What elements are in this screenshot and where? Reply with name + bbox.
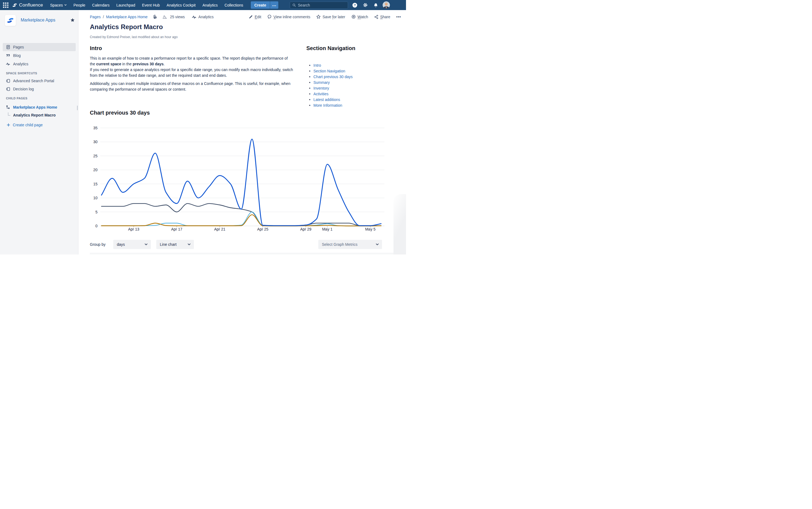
confluence-brand[interactable]: Confluence	[12, 2, 43, 8]
chevron-down-icon	[64, 4, 67, 6]
share-button[interactable]: Share	[374, 15, 390, 19]
space-sidebar: Marketplace Apps Pages Blog Analytics SP…	[0, 10, 78, 254]
star-outline-icon	[316, 14, 321, 19]
chevron-down-icon	[376, 243, 379, 245]
section-nav-link-latest-additions[interactable]: Latest additions	[314, 97, 340, 102]
group-by-value: days	[117, 242, 125, 247]
page-analytics-link[interactable]: Analytics	[192, 15, 214, 19]
svg-text:20: 20	[93, 168, 97, 172]
svg-text:15: 15	[93, 182, 97, 186]
create-button-group: Create	[251, 1, 278, 9]
child-page-label: Marketplace Apps Home	[13, 105, 57, 109]
search-box[interactable]	[290, 2, 348, 9]
section-nav-link-chart-previous-30-days[interactable]: Chart previous 30 days	[314, 75, 353, 79]
graph-metrics-placeholder: Select Graph Metrics	[322, 242, 358, 247]
chart-series-blue	[102, 139, 381, 226]
svg-text:Apr 17: Apr 17	[171, 227, 182, 231]
app-switcher-icon[interactable]	[3, 2, 9, 8]
section-nav-link-intro[interactable]: Intro	[314, 63, 321, 68]
space-logo[interactable]	[5, 15, 16, 26]
top-right-icons: ?	[352, 2, 378, 8]
graph-metrics-select[interactable]: Select Graph Metrics	[318, 240, 382, 249]
sidebar-item-analytics[interactable]: Analytics	[3, 60, 76, 68]
bell-icon[interactable]	[373, 3, 378, 8]
more-actions-button[interactable]: •••	[396, 15, 401, 19]
svg-text:35: 35	[93, 126, 97, 130]
nav-item-launchpad[interactable]: Launchpad	[116, 3, 135, 7]
watch-button[interactable]: Watch	[351, 14, 368, 19]
pencil-icon	[249, 15, 253, 19]
nav-item-collections[interactable]: Collections	[224, 3, 243, 7]
section-nav-link-inventory[interactable]: Inventory	[314, 86, 329, 90]
create-button[interactable]: Create	[251, 1, 270, 9]
breadcrumb-pages[interactable]: Pages	[90, 15, 101, 19]
section-nav-item: Summary	[306, 80, 404, 86]
section-nav-item: Chart previous 30 days	[306, 74, 404, 80]
space-shortcuts-header: SPACE SHORTCUTS	[6, 72, 37, 75]
confluence-space-icon	[7, 17, 14, 24]
create-child-page-button[interactable]: Create child page	[3, 121, 76, 129]
shortcut-advanced-search-portal[interactable]: Advanced Search Portal	[3, 77, 76, 84]
favorite-star-icon[interactable]	[70, 18, 75, 24]
section-nav-link-more-information[interactable]: More Information	[314, 103, 342, 107]
views-count[interactable]: 25 views	[170, 15, 185, 19]
help-icon[interactable]: ?	[352, 3, 357, 8]
child-page-marketplace-apps-home[interactable]: Marketplace Apps Home	[3, 103, 76, 111]
shortcut-page-icon	[6, 79, 10, 83]
nav-item-analytics[interactable]: Analytics	[202, 3, 218, 7]
section-nav-link-section-navigation[interactable]: Section Navigation	[314, 69, 345, 73]
svg-text:Apr 29: Apr 29	[300, 227, 311, 231]
page-tree-icon	[6, 105, 10, 109]
search-input[interactable]	[298, 3, 345, 7]
sidebar-item-pages[interactable]: Pages	[3, 43, 76, 51]
line-chart: 05101520253035Apr 13Apr 17Apr 21Apr 25Ap…	[90, 124, 385, 233]
top-nav-items: Spaces People Calendars Launchpad Event …	[50, 3, 243, 7]
confluence-page: Confluence Spaces People Calendars Launc…	[0, 0, 406, 254]
pulse-icon	[6, 62, 10, 66]
pulse-icon	[192, 15, 197, 19]
sidebar-item-label: Pages	[13, 45, 24, 49]
views-insights-icon[interactable]	[162, 14, 167, 19]
section-nav-item: Latest additions	[306, 97, 404, 103]
shortcut-decision-log[interactable]: Decision log	[3, 85, 76, 93]
nav-item-spaces[interactable]: Spaces	[50, 3, 67, 7]
save-for-later-button[interactable]: Save for later	[316, 14, 345, 19]
child-page-label: Analytics Report Macro	[13, 113, 56, 117]
group-by-select[interactable]: days	[113, 240, 151, 249]
nav-item-event-hub[interactable]: Event Hub	[142, 3, 160, 7]
intro-paragraph-2: Additionally, you can insert multiple in…	[90, 81, 294, 92]
top-navigation-bar: Confluence Spaces People Calendars Launc…	[0, 0, 406, 10]
unlocked-icon[interactable]	[153, 14, 157, 19]
section-navigation-list: Intro Section Navigation Chart previous …	[306, 63, 404, 108]
breadcrumb-marketplace-apps-home[interactable]: Marketplace Apps Home	[106, 15, 148, 19]
sidebar-item-blog[interactable]: Blog	[3, 52, 76, 60]
breadcrumb-separator: /	[103, 15, 104, 19]
chart-heading: Chart previous 30 days	[90, 110, 150, 116]
page-actions: Edit View inline comments Save for later…	[249, 14, 401, 19]
chart-type-select[interactable]: Line chart	[156, 240, 194, 249]
child-page-analytics-report-macro[interactable]: Analytics Report Macro	[3, 111, 76, 119]
create-more-button[interactable]	[270, 1, 278, 9]
page-byline: Created by Edmond Preiser, last modified…	[90, 35, 177, 39]
create-child-label: Create child page	[13, 123, 43, 127]
svg-text:30: 30	[93, 140, 97, 144]
section-nav-link-summary[interactable]: Summary	[314, 80, 330, 84]
edit-button[interactable]: Edit	[249, 15, 261, 19]
group-by-label: Group by	[90, 242, 113, 247]
chart-type-value: Line chart	[160, 242, 176, 247]
nav-item-people[interactable]: People	[73, 3, 86, 7]
nav-item-analytics-cockpit[interactable]: Analytics Cockpit	[167, 3, 196, 7]
space-name[interactable]: Marketplace Apps	[21, 18, 55, 23]
gear-icon[interactable]	[363, 2, 368, 8]
svg-text:Apr 13: Apr 13	[128, 227, 139, 231]
section-nav-link-activities[interactable]: Activities	[314, 92, 328, 96]
shortcut-label: Decision log	[13, 87, 34, 91]
chevron-down-icon	[144, 243, 148, 245]
user-avatar[interactable]	[383, 1, 390, 9]
section-nav-item: Activities	[306, 91, 404, 97]
ellipsis-icon	[272, 5, 276, 6]
page-icon	[6, 45, 10, 49]
child-pages-header: CHILD PAGES	[6, 97, 28, 100]
nav-item-calendars[interactable]: Calendars	[92, 3, 109, 7]
view-inline-comments-button[interactable]: View inline comments	[267, 14, 310, 19]
